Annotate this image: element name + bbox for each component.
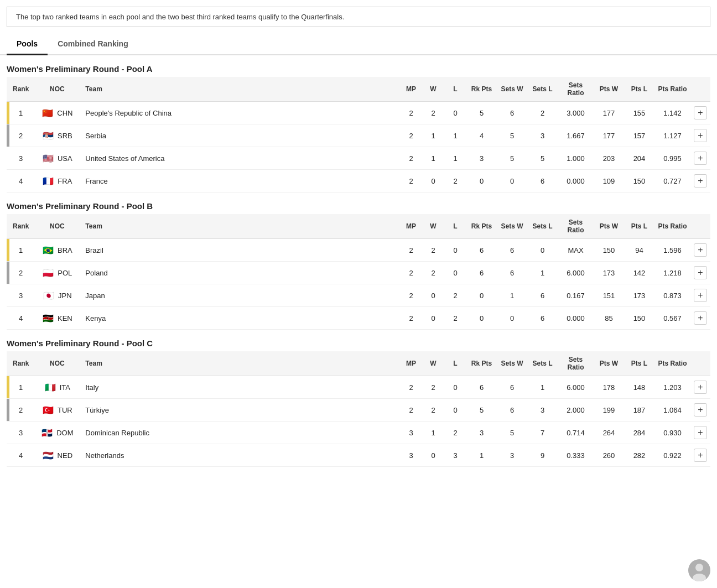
tab-pools[interactable]: Pools	[7, 34, 48, 55]
expand-button[interactable]: +	[694, 403, 707, 417]
expand-button[interactable]: +	[694, 174, 707, 188]
team-name: Serbia	[82, 124, 400, 147]
cell-pts_l: 284	[624, 422, 654, 444]
cell-w: 2	[422, 239, 444, 262]
cell-l: 0	[444, 376, 466, 399]
noc-code: CHN	[57, 109, 72, 117]
cell-sets_ratio: 0.000	[558, 170, 594, 192]
cell-sets_l: 7	[527, 422, 558, 444]
cell-sets_ratio: 0.167	[558, 284, 594, 307]
col-header-action	[690, 77, 710, 102]
table-row: 2🇵🇱POLPoland2206616.0001731421.218+	[7, 262, 710, 284]
action-cell: +	[690, 284, 710, 307]
team-name: United States of America	[82, 147, 400, 170]
cell-pts_w: 177	[594, 102, 624, 124]
cell-sets_l: 6	[527, 170, 558, 192]
cell-rk_pts: 1	[466, 444, 497, 467]
tabs-container: Pools Combined Ranking	[0, 34, 717, 55]
col-header-sets_w: Sets W	[497, 77, 527, 102]
rank-cell: 2	[9, 124, 32, 147]
cell-w: 1	[422, 422, 444, 444]
cell-w: 0	[422, 284, 444, 307]
expand-button[interactable]: +	[694, 289, 707, 302]
cell-sets_l: 1	[527, 262, 558, 284]
cell-w: 0	[422, 444, 444, 467]
expand-button[interactable]: +	[694, 152, 707, 165]
col-header-mp: MP	[400, 77, 422, 102]
cell-pts_l: 155	[624, 102, 654, 124]
cell-pts_l: 157	[624, 124, 654, 147]
col-header-mp: MP	[400, 351, 422, 376]
expand-button[interactable]: +	[694, 106, 707, 119]
cell-l: 0	[444, 399, 466, 422]
cell-sets_ratio: 1.000	[558, 147, 594, 170]
expand-button[interactable]: +	[694, 426, 707, 439]
cell-pts_l: 282	[624, 444, 654, 467]
col-header-noc: NOC	[32, 214, 82, 239]
cell-mp: 2	[400, 262, 422, 284]
cell-sets_ratio: 6.000	[558, 376, 594, 399]
noc-code: JPN	[58, 292, 72, 300]
col-header-sets_w: Sets W	[497, 214, 527, 239]
expand-button[interactable]: +	[694, 266, 707, 279]
flag-icon: 🇨🇳	[41, 109, 54, 117]
cell-l: 2	[444, 284, 466, 307]
col-header-sets_l: Sets L	[527, 214, 558, 239]
flag-icon: 🇮🇹	[44, 383, 56, 392]
table-row: 1🇧🇷BRABrazil220660MAX150941.596+	[7, 239, 710, 262]
cell-pts_ratio: 1.218	[654, 262, 690, 284]
expand-button[interactable]: +	[694, 381, 707, 394]
action-cell: +	[690, 147, 710, 170]
pool-section-1: Women's Preliminary Round - Pool BRankNO…	[0, 192, 717, 330]
flag-icon: 🇩🇴	[41, 429, 53, 437]
cell-l: 0	[444, 102, 466, 124]
noc-cell: 🇩🇴DOM	[32, 422, 82, 444]
flag-icon: 🇹🇷	[42, 406, 54, 414]
cell-mp: 2	[400, 307, 422, 330]
expand-button[interactable]: +	[694, 243, 707, 257]
team-name: Netherlands	[82, 444, 400, 467]
cell-rk_pts: 4	[466, 124, 497, 147]
cell-rk_pts: 5	[466, 102, 497, 124]
expand-button[interactable]: +	[694, 311, 707, 325]
col-header-pts_l: Pts L	[624, 351, 654, 376]
tab-combined-ranking[interactable]: Combined Ranking	[48, 34, 138, 55]
cell-w: 1	[422, 147, 444, 170]
col-header-sets_w: Sets W	[497, 351, 527, 376]
pool-title-2: Women's Preliminary Round - Pool C	[0, 330, 717, 351]
cell-sets_l: 6	[527, 284, 558, 307]
cell-pts_l: 187	[624, 399, 654, 422]
expand-button[interactable]: +	[694, 129, 707, 142]
col-header-pts_w: Pts W	[594, 77, 624, 102]
cell-pts_w: 150	[594, 239, 624, 262]
cell-mp: 2	[400, 284, 422, 307]
cell-rk_pts: 0	[466, 284, 497, 307]
cell-rk_pts: 0	[466, 170, 497, 192]
rank-cell: 3	[9, 147, 32, 170]
cell-w: 2	[422, 262, 444, 284]
col-header-sets_ratio: SetsRatio	[558, 77, 594, 102]
cell-pts_l: 204	[624, 147, 654, 170]
expand-button[interactable]: +	[694, 449, 707, 462]
rank-cell: 1	[9, 102, 32, 124]
table-row: 4🇫🇷FRAFrance2020060.0001091500.727+	[7, 170, 710, 192]
cell-pts_l: 148	[624, 376, 654, 399]
cell-sets_ratio: 0.000	[558, 307, 594, 330]
cell-pts_ratio: 1.142	[654, 102, 690, 124]
team-name: People's Republic of China	[82, 102, 400, 124]
action-cell: +	[690, 422, 710, 444]
cell-mp: 2	[400, 376, 422, 399]
action-cell: +	[690, 102, 710, 124]
noc-code: FRA	[58, 177, 72, 185]
col-header-l: L	[444, 351, 466, 376]
cell-sets_w: 3	[497, 444, 527, 467]
cell-pts_w: 151	[594, 284, 624, 307]
action-cell: +	[690, 124, 710, 147]
rank-cell: 1	[9, 239, 32, 262]
cell-sets_ratio: 6.000	[558, 262, 594, 284]
rank-cell: 3	[9, 284, 32, 307]
noc-cell: 🇨🇳CHN	[32, 102, 82, 124]
info-box: The top two ranked teams in each pool an…	[7, 7, 710, 27]
col-header-pts_ratio: Pts Ratio	[654, 77, 690, 102]
col-header-pts_w: Pts W	[594, 351, 624, 376]
